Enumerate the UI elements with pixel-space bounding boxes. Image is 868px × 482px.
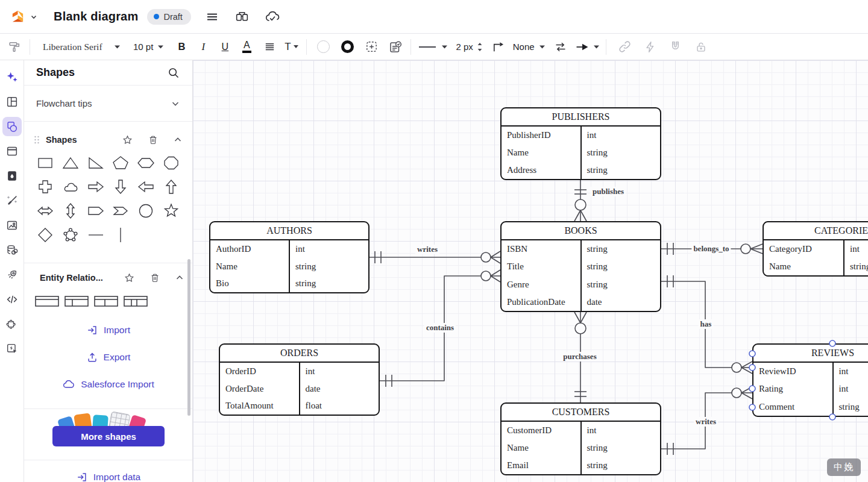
shape-octagon[interactable] xyxy=(159,151,184,175)
format-painter-button[interactable] xyxy=(6,38,23,56)
favorite-section-button[interactable] xyxy=(122,134,133,146)
crowfoot-icon xyxy=(574,312,580,323)
document-title[interactable]: Blank diagram xyxy=(54,10,138,23)
rail-item-data-linking[interactable] xyxy=(2,240,22,260)
connector-label-publishes[interactable]: publishes xyxy=(591,187,626,196)
connector-label-contains[interactable]: contains xyxy=(424,323,456,333)
shape-diamond[interactable] xyxy=(33,223,58,247)
shape-arrow-right[interactable] xyxy=(83,175,108,199)
shape-star[interactable] xyxy=(159,199,184,223)
lucid-diagram-app: Blank diagram Draft xyxy=(0,0,868,482)
shape-arrow-left-right[interactable] xyxy=(33,199,58,223)
line-style-select[interactable] xyxy=(418,38,447,56)
text-style-button[interactable]: T xyxy=(283,38,300,56)
main-menu-button[interactable] xyxy=(203,8,221,26)
entity-authors[interactable]: AUTHORSAuthorIDintNamestringBiostring xyxy=(209,221,370,293)
collapse-section-button[interactable] xyxy=(175,273,184,283)
drag-handle-icon[interactable] xyxy=(34,135,40,145)
entity-publishers[interactable]: PUBLISHERSPublisherIDintNamestringAddres… xyxy=(500,107,661,180)
rail-item-templates[interactable] xyxy=(2,92,22,111)
shape-line-h[interactable] xyxy=(83,223,108,247)
shape-er-three-col[interactable] xyxy=(122,293,149,311)
rail-item-ai-assist[interactable] xyxy=(2,67,22,87)
collapse-section-button[interactable] xyxy=(173,135,183,145)
entity-reviews[interactable]: REVIEWSReviewIDintRatingintCommentstring xyxy=(752,343,868,417)
shape-data-button[interactable] xyxy=(387,38,404,56)
rail-item-theme[interactable] xyxy=(2,166,22,186)
shape-arrow-left[interactable] xyxy=(133,175,159,199)
panel-scrollbar[interactable] xyxy=(187,259,190,416)
text-color-button[interactable]: A xyxy=(238,38,255,56)
rail-item-marketplace[interactable] xyxy=(2,265,22,284)
entity-customers[interactable]: CUSTOMERSCustomerIDintNamestringEmailstr… xyxy=(500,402,661,475)
connector-publishes[interactable] xyxy=(574,180,587,221)
entity-categories[interactable]: CATEGORIESCategoryIDintNamestring xyxy=(763,221,868,277)
shape-network[interactable] xyxy=(58,223,83,247)
logo-menu-caret-icon[interactable] xyxy=(30,13,38,21)
find-button[interactable] xyxy=(233,8,251,26)
shape-arrow-up-down[interactable] xyxy=(58,199,83,223)
entity-orders[interactable]: ORDERSOrderIDintOrderDatedateTotalAmount… xyxy=(219,343,380,416)
favorite-section-button[interactable] xyxy=(124,272,135,284)
swap-endpoints-button[interactable] xyxy=(552,38,569,56)
connector-label-writes[interactable]: writes xyxy=(694,417,718,427)
fill-color-button[interactable] xyxy=(315,38,332,56)
line-width-stepper[interactable]: 2 px xyxy=(456,38,482,56)
shape-arrow-down[interactable] xyxy=(108,175,133,199)
shape-hexagon[interactable] xyxy=(133,151,159,175)
import-data-link[interactable]: Import data xyxy=(24,469,192,482)
connector-label-purchases[interactable]: purchases xyxy=(561,352,598,362)
shape-cloud[interactable] xyxy=(58,175,83,199)
shape-signpost[interactable] xyxy=(83,199,108,223)
stroke-color-button[interactable] xyxy=(339,38,356,56)
shape-line-v[interactable] xyxy=(108,223,133,247)
shape-right-triangle[interactable] xyxy=(83,151,108,175)
rail-item-actions[interactable] xyxy=(2,339,22,358)
line-endpoint-select[interactable]: None xyxy=(513,38,545,56)
quick-actions-button[interactable] xyxy=(642,38,659,56)
entity-books[interactable]: BOOKSISBNstringTitlestringGenrestringPub… xyxy=(500,221,661,312)
lock-button[interactable] xyxy=(693,38,709,56)
font-size-select[interactable]: 10 pt xyxy=(131,38,166,56)
rail-item-images[interactable] xyxy=(2,216,22,235)
flowchart-tips-row[interactable]: Flowchart tips xyxy=(24,86,192,122)
shape-er-plain[interactable] xyxy=(34,293,60,311)
canvas-settings-button[interactable] xyxy=(363,38,380,56)
rail-item-shapes[interactable] xyxy=(2,117,22,136)
more-shapes-button[interactable]: More shapes xyxy=(52,426,165,446)
hyperlink-button[interactable] xyxy=(617,38,634,56)
rail-item-integrations[interactable] xyxy=(2,315,22,334)
line-shape-button[interactable] xyxy=(490,38,507,56)
er-export-link[interactable]: Export xyxy=(24,349,192,366)
connector-label-has[interactable]: has xyxy=(699,319,714,329)
font-family-select[interactable]: Liberation Serif xyxy=(40,38,122,56)
bold-button[interactable]: B xyxy=(173,38,190,56)
connector-label-writes[interactable]: writes xyxy=(415,245,439,254)
er-import-link[interactable]: Import xyxy=(24,322,192,339)
diagram-canvas[interactable]: PUBLISHERSPublisherIDintNamestringAddres… xyxy=(193,60,868,482)
magnetize-button[interactable] xyxy=(667,38,684,56)
rail-item-frames[interactable] xyxy=(2,142,22,161)
remove-section-button[interactable] xyxy=(148,134,159,145)
shape-cross[interactable] xyxy=(33,175,58,199)
shape-rect[interactable] xyxy=(33,151,58,175)
shape-triangle[interactable] xyxy=(58,151,83,175)
text-align-button[interactable] xyxy=(261,38,278,56)
connector-label-belongs_to[interactable]: belongs_to xyxy=(691,244,731,254)
rail-item-embed-code[interactable] xyxy=(2,290,22,309)
remove-section-button[interactable] xyxy=(149,272,160,283)
shape-search-button[interactable] xyxy=(167,66,180,80)
arrowhead-select[interactable] xyxy=(575,38,599,56)
underline-button[interactable]: U xyxy=(216,38,233,56)
shape-circle[interactable] xyxy=(133,199,159,223)
rail-item-magic[interactable] xyxy=(2,191,22,210)
cloud-sync-button[interactable] xyxy=(263,8,281,26)
shape-er-one-col[interactable] xyxy=(63,293,90,311)
italic-button[interactable]: I xyxy=(195,38,212,56)
lucid-logo-icon[interactable] xyxy=(10,8,26,25)
er-salesforce-import-link[interactable]: Salesforce Import xyxy=(24,376,192,393)
shape-chevron[interactable] xyxy=(108,199,133,223)
shape-arrow-up[interactable] xyxy=(159,175,184,199)
shape-pentagon[interactable] xyxy=(108,151,133,175)
shape-er-mid-col[interactable] xyxy=(93,293,119,311)
